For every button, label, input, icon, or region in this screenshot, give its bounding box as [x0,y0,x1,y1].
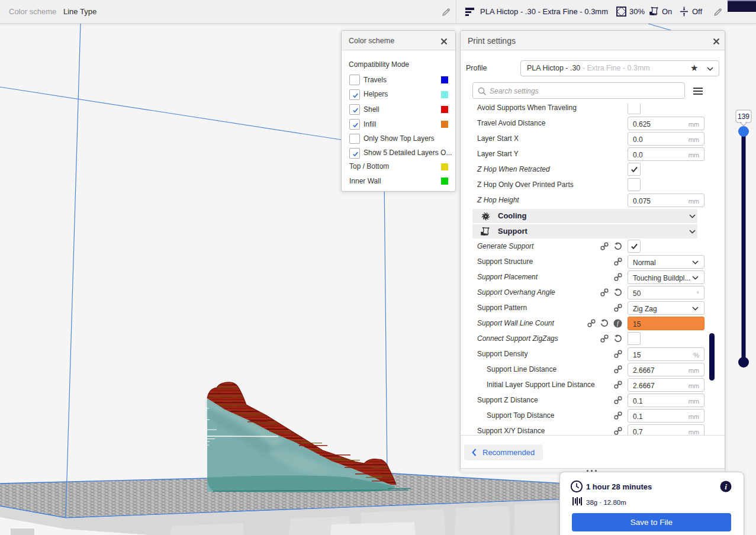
svg-text:i: i [725,482,727,491]
svg-text:139: 139 [738,112,749,121]
